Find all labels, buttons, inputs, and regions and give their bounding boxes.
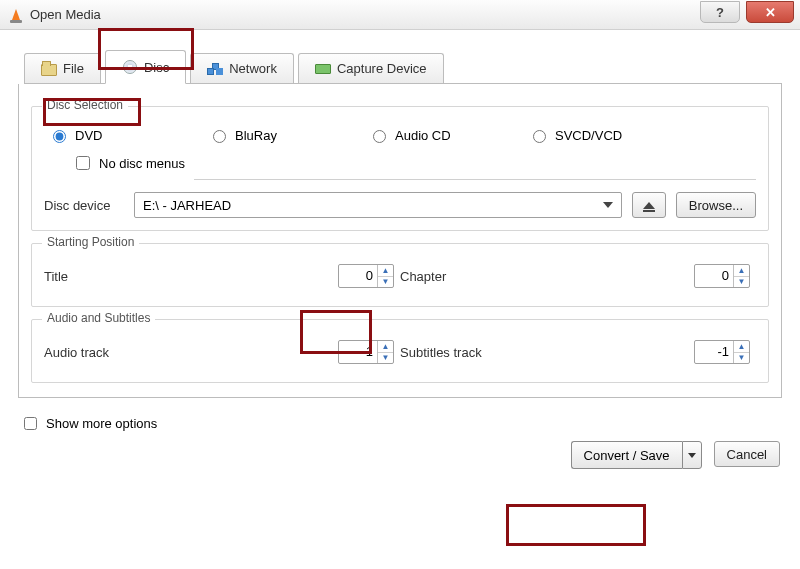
annotation-highlight	[506, 504, 646, 546]
capture-icon	[315, 61, 331, 77]
title-label: Title	[44, 269, 134, 284]
titlebar: Open Media ? ✕	[0, 0, 800, 30]
disc-type-radios: DVD BluRay Audio CD SVCD/VCD	[48, 127, 756, 143]
tab-label: Capture Device	[337, 61, 427, 76]
group-legend: Audio and Subtitles	[42, 311, 155, 325]
group-legend: Starting Position	[42, 235, 139, 249]
spin-up-icon[interactable]: ▲	[378, 265, 393, 277]
subtitles-track-spinner[interactable]: -1 ▲▼	[694, 340, 750, 364]
window-title: Open Media	[30, 7, 101, 22]
eject-icon	[643, 202, 655, 209]
subtitles-track-label: Subtitles track	[400, 345, 490, 360]
no-disc-menus-checkbox[interactable]	[76, 156, 90, 170]
separator	[194, 179, 756, 180]
radio-label: DVD	[75, 128, 102, 143]
chevron-down-icon	[603, 202, 613, 208]
tab-disc[interactable]: Disc	[105, 50, 186, 84]
tab-label: File	[63, 61, 84, 76]
no-disc-menus-label: No disc menus	[99, 156, 185, 171]
show-more-options-checkbox[interactable]	[24, 417, 37, 430]
radio-svcd[interactable]: SVCD/VCD	[528, 127, 688, 143]
radio-dvd[interactable]: DVD	[48, 127, 208, 143]
spin-up-icon[interactable]: ▲	[734, 265, 749, 277]
audio-track-value: -1	[339, 341, 377, 363]
radio-label: SVCD/VCD	[555, 128, 622, 143]
convert-save-dropdown[interactable]	[682, 441, 702, 469]
audio-track-spinner[interactable]: -1 ▲▼	[338, 340, 394, 364]
spin-down-icon[interactable]: ▼	[734, 353, 749, 364]
disc-device-value: E:\ - JARHEAD	[143, 198, 231, 213]
dialog-body: File Disc Network Capture Device Disc Se…	[0, 30, 800, 481]
tab-label: Network	[229, 61, 277, 76]
radio-bluray[interactable]: BluRay	[208, 127, 368, 143]
disc-device-label: Disc device	[44, 198, 124, 213]
convert-save-button[interactable]: Convert / Save	[571, 441, 702, 469]
tab-capture[interactable]: Capture Device	[298, 53, 444, 83]
spin-up-icon[interactable]: ▲	[734, 341, 749, 353]
cancel-button[interactable]: Cancel	[714, 441, 780, 467]
chapter-value: 0	[695, 265, 733, 287]
vlc-icon	[8, 7, 24, 23]
radio-bluray-input[interactable]	[213, 130, 226, 143]
disc-device-combo[interactable]: E:\ - JARHEAD	[134, 192, 622, 218]
close-button[interactable]: ✕	[746, 1, 794, 23]
audio-track-label: Audio track	[44, 345, 134, 360]
tab-label: Disc	[144, 60, 169, 75]
tab-network[interactable]: Network	[190, 53, 294, 83]
group-legend: Disc Selection	[42, 98, 128, 112]
spin-down-icon[interactable]: ▼	[734, 277, 749, 288]
group-audio-subtitles: Audio and Subtitles Audio track -1 ▲▼ Su…	[31, 319, 769, 383]
spin-down-icon[interactable]: ▼	[378, 277, 393, 288]
tab-bar: File Disc Network Capture Device	[24, 48, 782, 84]
eject-button[interactable]	[632, 192, 666, 218]
spin-up-icon[interactable]: ▲	[378, 341, 393, 353]
radio-svcd-input[interactable]	[533, 130, 546, 143]
show-more-options-label: Show more options	[46, 416, 157, 431]
network-icon	[207, 61, 223, 77]
group-starting-position: Starting Position Title 0 ▲▼ Chapter 0 ▲…	[31, 243, 769, 307]
title-value: 0	[339, 265, 377, 287]
chapter-spinner[interactable]: 0 ▲▼	[694, 264, 750, 288]
browse-button[interactable]: Browse...	[676, 192, 756, 218]
radio-audiocd[interactable]: Audio CD	[368, 127, 528, 143]
radio-dvd-input[interactable]	[53, 130, 66, 143]
folder-icon	[41, 61, 57, 77]
title-spinner[interactable]: 0 ▲▼	[338, 264, 394, 288]
radio-label: Audio CD	[395, 128, 451, 143]
group-disc-selection: Disc Selection DVD BluRay Audio CD SVCD/…	[31, 106, 769, 231]
radio-audiocd-input[interactable]	[373, 130, 386, 143]
subtitles-track-value: -1	[695, 341, 733, 363]
radio-label: BluRay	[235, 128, 277, 143]
help-button[interactable]: ?	[700, 1, 740, 23]
tab-file[interactable]: File	[24, 53, 101, 83]
disc-icon	[122, 59, 138, 75]
spin-down-icon[interactable]: ▼	[378, 353, 393, 364]
convert-save-label: Convert / Save	[571, 441, 682, 469]
chapter-label: Chapter	[400, 269, 490, 284]
